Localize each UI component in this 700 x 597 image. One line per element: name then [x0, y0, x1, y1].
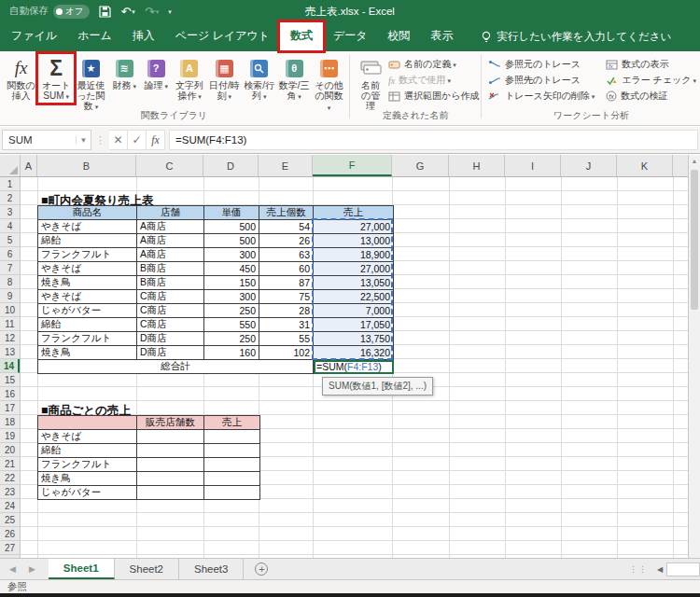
header-product[interactable]: 商品名	[38, 206, 137, 220]
insert-function-small-button[interactable]: fx	[147, 130, 165, 150]
cell[interactable]: 綿飴	[38, 234, 137, 248]
cell[interactable]: B商店	[137, 262, 204, 276]
cell[interactable]: 250	[204, 304, 259, 318]
cell[interactable]: A商店	[137, 248, 204, 262]
tab-file[interactable]: ファイル	[0, 22, 67, 51]
sheet-nav-prev-icon[interactable]: ◀	[9, 564, 16, 574]
cell[interactable]: 55	[259, 332, 314, 346]
row-header-21[interactable]: 21	[0, 457, 20, 471]
customize-qat-button[interactable]: ▾	[168, 8, 172, 15]
row-header-24[interactable]: 24	[0, 499, 20, 513]
cell[interactable]: 160	[204, 346, 259, 360]
cancel-entry-button[interactable]: ✕	[109, 130, 128, 150]
cell[interactable]: 綿飴	[38, 318, 137, 332]
cell[interactable]: 60	[259, 262, 314, 276]
vertical-scroll-thumb[interactable]	[691, 170, 698, 310]
row-header-27[interactable]: 27	[0, 541, 20, 555]
row-header-9[interactable]: 9	[0, 289, 20, 303]
scrollbar-resize-handle[interactable]: ⋮⋮	[629, 564, 648, 574]
cell[interactable]: 16,320	[314, 346, 394, 360]
trace-dependents-button[interactable]: 参照先のトレース	[486, 73, 596, 88]
formula-input[interactable]: =SUM(F4:F13)	[169, 130, 698, 150]
cell[interactable]: じゃがバター	[38, 486, 137, 500]
col-header-b[interactable]: B	[37, 155, 136, 176]
cell[interactable]: C商店	[137, 304, 204, 318]
scroll-left-icon[interactable]: ◀	[653, 565, 666, 574]
cell[interactable]: じゃがバター	[38, 304, 137, 318]
col-header-a[interactable]: A	[21, 155, 37, 176]
col-header-c[interactable]: C	[136, 155, 203, 176]
col-header-g[interactable]: G	[392, 155, 449, 176]
row-header-15[interactable]: 15	[0, 373, 20, 387]
cell[interactable]: 22,500	[314, 290, 394, 304]
more-functions-button[interactable]: ⋯ その他の関数	[312, 54, 346, 115]
empty-cell[interactable]	[204, 486, 260, 500]
sheet-tab-sheet1[interactable]: Sheet1	[49, 559, 115, 579]
empty-cell[interactable]	[204, 430, 260, 444]
header-sales[interactable]: 売上	[314, 206, 394, 220]
cell[interactable]: 250	[204, 332, 259, 346]
insert-function-button[interactable]: fx 関数の挿入	[4, 54, 38, 103]
row-header-14[interactable]: 14	[0, 359, 20, 373]
header-store-count[interactable]: 販売店舗数	[137, 416, 204, 430]
cell[interactable]: 焼き鳥	[38, 276, 137, 290]
cell[interactable]: C商店	[137, 318, 204, 332]
horizontal-scroll-track[interactable]	[666, 562, 700, 576]
row-header-4[interactable]: 4	[0, 219, 20, 233]
horizontal-scrollbar[interactable]: ◀	[653, 562, 700, 577]
row-header-16[interactable]: 16	[0, 387, 20, 401]
remove-arrows-button[interactable]: トレース矢印の削除	[486, 89, 596, 104]
tab-page-layout[interactable]: ページ レイアウト	[165, 22, 280, 51]
row-header-12[interactable]: 12	[0, 331, 20, 345]
tab-view[interactable]: 表示	[421, 22, 464, 51]
tab-formulas[interactable]: 数式	[280, 22, 323, 51]
cell[interactable]: 102	[259, 346, 314, 360]
undo-caret-icon[interactable]: ▾	[132, 8, 135, 15]
cell[interactable]: 綿飴	[38, 444, 137, 458]
autosave-control[interactable]: 自動保存 オフ	[9, 5, 90, 19]
header-sales2[interactable]: 売上	[204, 416, 260, 430]
cell[interactable]: やきそば	[38, 220, 137, 234]
row-header-25[interactable]: 25	[0, 513, 20, 527]
date-time-button[interactable]: ▦ 日付/時刻	[207, 54, 242, 104]
name-box[interactable]: SUM ▼	[2, 130, 91, 150]
row-header-8[interactable]: 8	[0, 275, 20, 289]
cell[interactable]: 150	[204, 276, 259, 290]
col-header-h[interactable]: H	[449, 155, 505, 176]
cell[interactable]: 焼き鳥	[38, 472, 137, 486]
cell[interactable]: 13,750	[314, 332, 394, 346]
empty-cell[interactable]	[137, 472, 204, 486]
tab-insert[interactable]: 挿入	[122, 22, 165, 51]
cell[interactable]: 75	[259, 290, 314, 304]
row-header-5[interactable]: 5	[0, 233, 20, 247]
cell[interactable]: 焼き鳥	[38, 346, 137, 360]
cell[interactable]: やきそば	[38, 262, 137, 276]
name-manager-button[interactable]: 名前 の管理	[355, 54, 386, 113]
cell[interactable]: 17,050	[314, 318, 394, 332]
define-name-button[interactable]: 名前の定義	[386, 57, 481, 72]
col-header-k[interactable]: K	[617, 155, 673, 176]
new-sheet-button[interactable]: +	[244, 559, 279, 579]
empty-cell[interactable]	[137, 430, 204, 444]
create-from-selection-button[interactable]: 選択範囲から作成	[386, 89, 481, 104]
cell[interactable]: 87	[259, 276, 314, 290]
cell[interactable]: 54	[259, 220, 314, 234]
total-label-cell[interactable]: 総合計	[38, 360, 314, 374]
tab-review[interactable]: 校閲	[378, 22, 421, 51]
empty-cell[interactable]	[137, 444, 204, 458]
row-header-22[interactable]: 22	[0, 471, 20, 485]
cell[interactable]: フランクフルト	[38, 332, 137, 346]
autosave-toggle[interactable]: オフ	[53, 5, 90, 19]
cell[interactable]: 31	[259, 318, 314, 332]
header-qty[interactable]: 売上個数	[259, 206, 314, 220]
cell[interactable]: 28	[259, 304, 314, 318]
row-header-2[interactable]: 2	[0, 191, 20, 205]
col-header-f[interactable]: F	[313, 155, 392, 176]
row-header-13[interactable]: 13	[0, 345, 20, 359]
cell[interactable]: 550	[204, 318, 259, 332]
cell[interactable]: やきそば	[38, 290, 137, 304]
empty-cell[interactable]	[204, 444, 260, 458]
sheet-nav-next-icon[interactable]: ▶	[29, 564, 35, 574]
cell[interactable]: A商店	[137, 234, 204, 248]
save-button[interactable]	[99, 6, 111, 18]
